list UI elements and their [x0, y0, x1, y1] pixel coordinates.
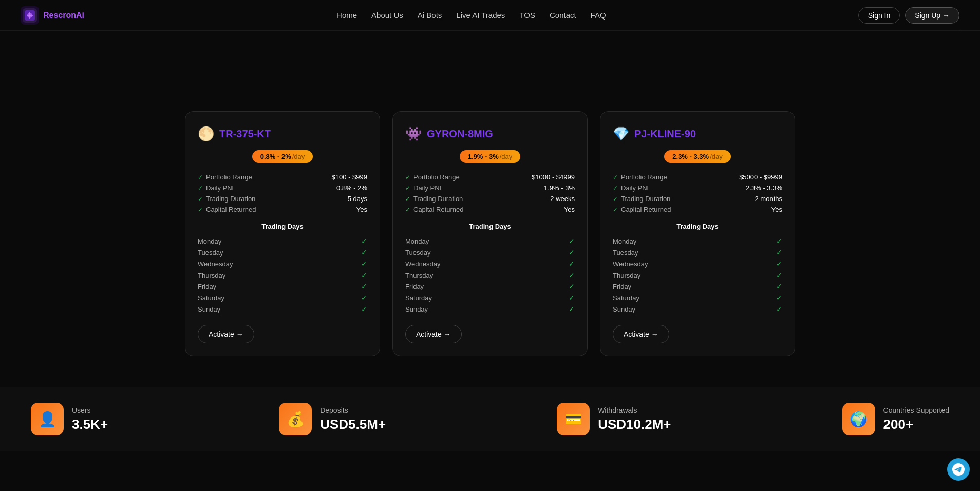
day-tuesday-3: Tuesday✓	[613, 247, 782, 258]
stat-row-capital-2: ✓Capital Returned Yes	[405, 206, 575, 213]
deposits-icon-box: 💰	[279, 403, 312, 435]
trading-days-2: Monday✓ Tuesday✓ Wednesday✓ Thursday✓ Fr…	[405, 235, 575, 315]
day-tuesday-1: Tuesday✓	[198, 247, 367, 258]
stat-row-duration-3: ✓Trading Duration 2 months	[613, 195, 782, 203]
card-gyron8mig: 👾 GYRON-8MIG 1.9% - 3%/day ✓Portfolio Ra…	[392, 111, 588, 356]
day-saturday-2: Saturday✓	[405, 292, 575, 303]
day-saturday-3: Saturday✓	[613, 292, 782, 303]
withdrawals-icon: 💳	[564, 411, 582, 428]
day-thursday-1: Thursday✓	[198, 269, 367, 281]
stat-block-countries: 🌍 Countries Supported 200+	[842, 403, 949, 435]
logo-icon	[21, 6, 39, 25]
card-stats-3: ✓Portfolio Range $5000 - $9999 ✓Daily PN…	[613, 173, 782, 213]
trading-days-title-1: Trading Days	[198, 223, 367, 230]
nav-faq[interactable]: FAQ	[591, 11, 606, 20]
check-icon: ✓	[405, 195, 410, 203]
nav-aibots[interactable]: Ai Bots	[418, 11, 442, 20]
day-wednesday-2: Wednesday✓	[405, 258, 575, 269]
card-title-3: PJ-KLINE-90	[634, 128, 696, 140]
nav-liveaitrades[interactable]: Live AI Trades	[456, 11, 505, 20]
stat-info-countries: Countries Supported 200+	[883, 406, 949, 432]
stat-name-users: Users	[72, 406, 108, 414]
stat-name-withdrawals: Withdrawals	[598, 406, 671, 414]
day-saturday-1: Saturday✓	[198, 292, 367, 303]
main-nav: Home About Us Ai Bots Live AI Trades TOS…	[336, 11, 606, 20]
stat-name-countries: Countries Supported	[883, 406, 949, 414]
activate-button-1[interactable]: Activate →	[198, 325, 254, 343]
logo-text: RescronAi	[43, 11, 84, 20]
day-thursday-3: Thursday✓	[613, 269, 782, 281]
trading-days-title-2: Trading Days	[405, 223, 575, 230]
stat-value-withdrawals: USD10.2M+	[598, 416, 671, 432]
trading-days-1: Monday✓ Tuesday✓ Wednesday✓ Thursday✓ Fr…	[198, 235, 367, 315]
stat-value-countries: 200+	[883, 416, 949, 432]
trading-days-title-3: Trading Days	[613, 223, 782, 230]
rate-badge-1: 0.8% - 2%/day	[252, 150, 313, 163]
card-tr375kt: 🌕 TR-375-KT 0.8% - 2%/day ✓Portfolio Ran…	[185, 111, 380, 356]
check-icon: ✓	[613, 206, 618, 213]
stat-info-users: Users 3.5K+	[72, 406, 108, 432]
rate-badge-3: 2.3% - 3.3%/day	[664, 150, 730, 163]
check-icon: ✓	[198, 206, 203, 213]
stat-row-pnl-3: ✓Daily PNL 2.3% - 3.3%	[613, 184, 782, 192]
card-title-2: GYRON-8MIG	[427, 128, 493, 140]
card-stats-2: ✓Portfolio Range $1000 - $4999 ✓Daily PN…	[405, 173, 575, 213]
day-sunday-1: Sunday✓	[198, 303, 367, 315]
day-friday-1: Friday✓	[198, 281, 367, 292]
rate-badge-2: 1.9% - 3%/day	[460, 150, 521, 163]
day-monday-3: Monday✓	[613, 235, 782, 247]
telegram-button[interactable]	[947, 458, 970, 481]
stat-row-portfolio-3: ✓Portfolio Range $5000 - $9999	[613, 173, 782, 181]
card-header-1: 🌕 TR-375-KT	[198, 126, 367, 142]
stat-info-deposits: Deposits USD5.5M+	[320, 406, 386, 432]
stat-row-duration-2: ✓Trading Duration 2 weeks	[405, 195, 575, 203]
stat-name-deposits: Deposits	[320, 406, 386, 414]
check-icon: ✓	[198, 195, 203, 203]
stat-row-pnl-2: ✓Daily PNL 1.9% - 3%	[405, 184, 575, 192]
activate-button-3[interactable]: Activate →	[613, 325, 669, 343]
stat-row-portfolio-2: ✓Portfolio Range $1000 - $4999	[405, 173, 575, 181]
stat-row-portfolio-1: ✓Portfolio Range $100 - $999	[198, 173, 367, 181]
day-tuesday-2: Tuesday✓	[405, 247, 575, 258]
check-icon: ✓	[613, 195, 618, 203]
trading-days-3: Monday✓ Tuesday✓ Wednesday✓ Thursday✓ Fr…	[613, 235, 782, 315]
nav-about[interactable]: About Us	[371, 11, 403, 20]
activate-button-2[interactable]: Activate →	[405, 325, 462, 343]
signup-button[interactable]: Sign Up →	[905, 7, 959, 24]
card-title-1: TR-375-KT	[219, 128, 271, 140]
signin-button[interactable]: Sign In	[858, 7, 900, 24]
nav-home[interactable]: Home	[336, 11, 357, 20]
stat-info-withdrawals: Withdrawals USD10.2M+	[598, 406, 671, 432]
check-icon: ✓	[198, 185, 203, 192]
day-thursday-2: Thursday✓	[405, 269, 575, 281]
card-stats-1: ✓Portfolio Range $100 - $999 ✓Daily PNL …	[198, 173, 367, 213]
stat-value-deposits: USD5.5M+	[320, 416, 386, 432]
withdrawals-icon-box: 💳	[557, 403, 590, 435]
deposits-icon: 💰	[287, 411, 305, 428]
stat-row-pnl-1: ✓Daily PNL 0.8% - 2%	[198, 184, 367, 192]
check-icon: ✓	[405, 174, 410, 181]
nav-tos[interactable]: TOS	[519, 11, 535, 20]
day-monday-1: Monday✓	[198, 235, 367, 247]
check-icon: ✓	[198, 174, 203, 181]
day-friday-3: Friday✓	[613, 281, 782, 292]
day-wednesday-1: Wednesday✓	[198, 258, 367, 269]
stat-row-capital-3: ✓Capital Returned Yes	[613, 206, 782, 213]
hero-space	[0, 31, 980, 111]
card-header-3: 💎 PJ-KLINE-90	[613, 126, 782, 142]
countries-icon-box: 🌍	[842, 403, 875, 435]
stat-block-users: 👤 Users 3.5K+	[31, 403, 108, 435]
day-sunday-3: Sunday✓	[613, 303, 782, 315]
stat-value-users: 3.5K+	[72, 416, 108, 432]
day-sunday-2: Sunday✓	[405, 303, 575, 315]
card-icon-3: 💎	[613, 126, 629, 142]
check-icon: ✓	[613, 185, 618, 192]
countries-icon: 🌍	[850, 411, 868, 428]
card-header-2: 👾 GYRON-8MIG	[405, 126, 575, 142]
cards-section: 🌕 TR-375-KT 0.8% - 2%/day ✓Portfolio Ran…	[0, 111, 980, 356]
stat-block-withdrawals: 💳 Withdrawals USD10.2M+	[557, 403, 671, 435]
header-buttons: Sign In Sign Up →	[858, 7, 959, 24]
card-icon-2: 👾	[405, 126, 422, 142]
day-friday-2: Friday✓	[405, 281, 575, 292]
nav-contact[interactable]: Contact	[550, 11, 576, 20]
